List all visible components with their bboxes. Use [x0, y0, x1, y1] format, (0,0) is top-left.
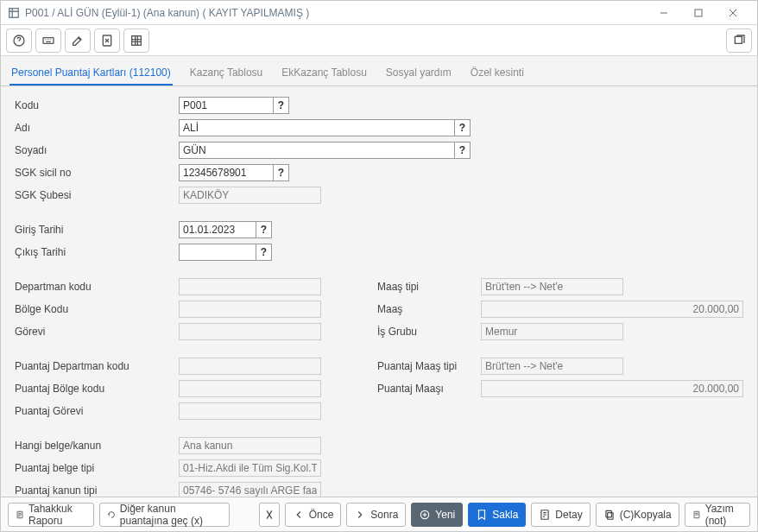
tab-ozel-kesinti[interactable]: Özel kesinti — [469, 61, 526, 86]
input-p-belge-tipi — [179, 459, 321, 477]
yeni-label: Yeni — [435, 509, 455, 521]
sonra-button[interactable]: Sonra — [346, 503, 406, 527]
input-p-maas-tipi — [481, 358, 623, 375]
tab-kazanc[interactable]: Kazanç Tablosu — [188, 61, 265, 86]
input-is-grubu — [481, 323, 623, 340]
label-is-grubu: İş Grubu — [377, 326, 481, 338]
detay-label: Detay — [555, 509, 582, 521]
svg-rect-10 — [607, 512, 612, 519]
kopyala-button[interactable]: (C)Kopyala — [596, 503, 679, 527]
help-button[interactable] — [6, 28, 32, 53]
yazim-button[interactable]: Yazım (not) — [685, 503, 750, 527]
label-p-maas-tipi: Puantaj Maaş tipi — [377, 360, 481, 372]
form-area: Kodu ? Adı ? Soyadı ? SGK sicil no ? SGK… — [1, 86, 757, 497]
keyboard-button[interactable] — [35, 28, 61, 53]
sakla-label: Sakla — [492, 509, 518, 521]
export-excel-button[interactable] — [94, 28, 120, 53]
input-sgk-sicil[interactable] — [179, 164, 274, 181]
window-title: P001 / ALİ GÜN (Eylül-1) (Ana kanun) ( K… — [25, 7, 309, 19]
once-label: Önce — [309, 509, 334, 521]
lookup-kodu[interactable]: ? — [274, 97, 289, 114]
tabstrip: Personel Puantaj Kartları (112100) Kazan… — [1, 56, 757, 86]
tab-sosyal-yardim[interactable]: Sosyal yardım — [384, 61, 453, 86]
once-button[interactable]: Önce — [285, 503, 342, 527]
label-giris-tarihi: Giriş Tarihi — [15, 224, 179, 236]
label-kodu: Kodu — [15, 99, 179, 111]
maximize-button[interactable] — [681, 1, 716, 25]
diger-kanun-label: Diğer kanun puantajına geç (x) — [120, 503, 222, 527]
tab-personel-puantaj[interactable]: Personel Puantaj Kartları (112100) — [9, 61, 173, 86]
label-p-bolge-kodu: Puantaj Bölge kodu — [15, 383, 179, 395]
svg-rect-0 — [9, 8, 19, 17]
input-maas-tipi — [481, 278, 623, 295]
input-hangi-belge — [179, 437, 321, 454]
label-gorevi: Görevi — [15, 326, 179, 338]
lookup-adi[interactable]: ? — [455, 119, 471, 136]
windows-button[interactable] — [726, 28, 752, 53]
input-sgk-subesi — [179, 187, 321, 204]
tab-ekkazanc[interactable]: EkKazanç Tablosu — [280, 61, 369, 86]
sil-button[interactable] — [259, 503, 280, 527]
input-bolge-kodu — [179, 301, 321, 318]
input-p-kanun-tipi — [179, 482, 321, 497]
svg-rect-3 — [43, 37, 54, 43]
label-sgk-subesi: SGK Şubesi — [15, 189, 179, 201]
sonra-label: Sonra — [370, 509, 398, 521]
lookup-soyadi[interactable]: ? — [455, 142, 471, 159]
app-icon — [8, 7, 20, 19]
footer: Tahakkuk Raporu Diğer kanun puantajına g… — [1, 497, 757, 531]
yazim-label: Yazım (not) — [705, 503, 742, 527]
input-giris-tarihi[interactable] — [179, 221, 256, 238]
label-dept-kodu: Departman kodu — [15, 281, 179, 293]
grid-button[interactable] — [123, 28, 149, 53]
input-cikis-tarihi[interactable] — [179, 244, 256, 261]
label-soyadi: Soyadı — [15, 144, 179, 156]
input-p-gorevi — [179, 402, 321, 420]
lookup-sgk-sicil[interactable]: ? — [274, 164, 289, 181]
label-adi: Adı — [15, 122, 179, 134]
label-maas: Maaş — [377, 303, 481, 315]
lookup-giris-tarihi[interactable]: ? — [256, 221, 272, 238]
minimize-button[interactable] — [647, 1, 681, 25]
sakla-button[interactable]: Sakla — [468, 503, 526, 527]
input-dept-kodu — [179, 278, 321, 295]
input-maas — [481, 301, 743, 318]
input-soyadi[interactable] — [179, 142, 455, 159]
label-cikis-tarihi: Çıkış Tarihi — [15, 246, 179, 258]
label-p-dept-kodu: Puantaj Departman kodu — [15, 360, 179, 372]
input-p-dept-kodu — [179, 358, 321, 375]
input-p-maas — [481, 380, 743, 397]
titlebar: P001 / ALİ GÜN (Eylül-1) (Ana kanun) ( K… — [1, 1, 757, 25]
label-bolge-kodu: Bölge Kodu — [15, 303, 179, 315]
lookup-cikis-tarihi[interactable]: ? — [256, 244, 272, 261]
svg-rect-5 — [132, 35, 142, 45]
input-p-bolge-kodu — [179, 380, 321, 397]
close-button[interactable] — [716, 1, 750, 25]
label-p-belge-tipi: Puantaj belge tipi — [15, 462, 179, 474]
input-gorevi — [179, 323, 321, 340]
label-sgk-sicil: SGK sicil no — [15, 167, 179, 179]
label-maas-tipi: Maaş tipi — [377, 281, 481, 293]
tahakkuk-raporu-button[interactable]: Tahakkuk Raporu — [8, 503, 94, 527]
svg-rect-1 — [695, 10, 702, 16]
toolbar — [1, 25, 757, 56]
diger-kanun-button[interactable]: Diğer kanun puantajına geç (x) — [99, 503, 230, 527]
svg-rect-6 — [735, 36, 742, 43]
input-kodu[interactable] — [179, 97, 274, 114]
kopyala-label: (C)Kopyala — [620, 509, 672, 521]
yeni-button[interactable]: Yeni — [411, 503, 463, 527]
edit-button[interactable] — [65, 28, 91, 53]
detay-button[interactable]: Detay — [531, 503, 590, 527]
label-p-kanun-tipi: Puantaj kanun tipi — [15, 484, 179, 497]
input-adi[interactable] — [179, 119, 455, 136]
svg-rect-11 — [606, 510, 611, 517]
label-hangi-belge: Hangi belge/kanun — [15, 440, 179, 452]
label-p-gorevi: Puantaj Görevi — [15, 405, 179, 417]
tahakkuk-label: Tahakkuk Raporu — [28, 503, 86, 527]
label-p-maas: Puantaj Maaşı — [377, 383, 481, 395]
